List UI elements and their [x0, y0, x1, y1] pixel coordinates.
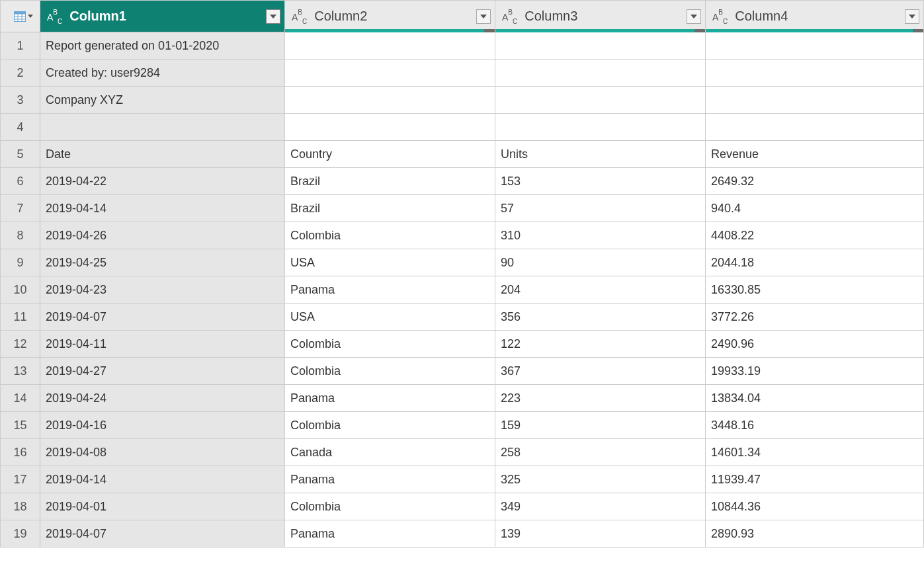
table-row[interactable]: 1Report generated on 01-01-2020 — [1, 32, 924, 60]
cell[interactable]: 2019-04-24 — [40, 385, 285, 412]
table-row[interactable]: 62019-04-22Brazil1532649.32 — [1, 168, 924, 195]
cell[interactable]: 367 — [495, 358, 706, 385]
row-number[interactable]: 2 — [1, 60, 40, 87]
cell[interactable]: 2019-04-01 — [40, 493, 285, 520]
cell[interactable]: 258 — [495, 439, 706, 466]
table-row[interactable]: 102019-04-23Panama20416330.85 — [1, 276, 924, 304]
table-row[interactable]: 92019-04-25USA902044.18 — [1, 249, 924, 276]
cell[interactable]: Revenue — [706, 141, 924, 168]
row-number[interactable]: 16 — [1, 439, 40, 466]
cell[interactable]: 2019-04-27 — [40, 358, 285, 385]
row-number[interactable]: 14 — [1, 385, 40, 412]
cell[interactable]: 2019-04-22 — [40, 168, 285, 195]
cell[interactable]: Date — [40, 141, 285, 168]
table-row[interactable]: 142019-04-24Panama22313834.04 — [1, 385, 924, 412]
cell[interactable]: 349 — [495, 493, 706, 520]
row-number[interactable]: 5 — [1, 141, 40, 168]
cell[interactable]: 2044.18 — [706, 249, 924, 276]
column-header-column4[interactable]: ABC Column4 — [706, 1, 924, 32]
cell[interactable]: 122 — [495, 331, 706, 358]
cell[interactable]: 204 — [495, 276, 706, 304]
cell[interactable]: 16330.85 — [706, 276, 924, 304]
cell[interactable]: Brazil — [285, 168, 495, 195]
table-row[interactable]: 2Created by: user9284 — [1, 60, 924, 87]
cell[interactable]: 3448.16 — [706, 412, 924, 439]
cell[interactable] — [495, 114, 706, 141]
cell[interactable]: Panama — [285, 276, 495, 304]
cell[interactable]: Panama — [285, 520, 495, 548]
cell[interactable] — [706, 114, 924, 141]
column-filter-dropdown[interactable] — [687, 9, 701, 24]
column-header-column3[interactable]: ABC Column3 — [495, 1, 706, 32]
table-row[interactable]: 112019-04-07USA3563772.26 — [1, 304, 924, 331]
cell[interactable]: USA — [285, 304, 495, 331]
column-header-column1[interactable]: ABC Column1 — [40, 1, 285, 32]
cell[interactable]: 2019-04-14 — [40, 195, 285, 222]
cell[interactable]: 223 — [495, 385, 706, 412]
cell[interactable]: 325 — [495, 466, 706, 493]
row-number[interactable]: 19 — [1, 520, 40, 548]
column-filter-dropdown[interactable] — [905, 9, 919, 24]
cell[interactable]: 4408.22 — [706, 222, 924, 249]
cell[interactable]: 2019-04-16 — [40, 412, 285, 439]
row-number[interactable]: 13 — [1, 358, 40, 385]
cell[interactable]: 2019-04-26 — [40, 222, 285, 249]
cell[interactable] — [495, 32, 706, 60]
cell[interactable] — [706, 87, 924, 114]
cell[interactable]: Colombia — [285, 358, 495, 385]
cell[interactable] — [706, 60, 924, 87]
table-row[interactable]: 182019-04-01Colombia34910844.36 — [1, 493, 924, 520]
row-number[interactable]: 8 — [1, 222, 40, 249]
cell[interactable]: Colombia — [285, 412, 495, 439]
cell[interactable]: 2019-04-14 — [40, 466, 285, 493]
cell[interactable]: 2019-04-23 — [40, 276, 285, 304]
cell[interactable] — [285, 32, 495, 60]
row-number[interactable]: 12 — [1, 331, 40, 358]
cell[interactable]: Created by: user9284 — [40, 60, 285, 87]
table-row[interactable]: 4 — [1, 114, 924, 141]
table-row[interactable]: 5DateCountryUnitsRevenue — [1, 141, 924, 168]
cell[interactable]: 153 — [495, 168, 706, 195]
cell[interactable]: Panama — [285, 466, 495, 493]
cell[interactable]: Company XYZ — [40, 87, 285, 114]
row-number[interactable]: 15 — [1, 412, 40, 439]
cell[interactable]: 139 — [495, 520, 706, 548]
table-row[interactable]: 72019-04-14Brazil57940.4 — [1, 195, 924, 222]
cell[interactable]: USA — [285, 249, 495, 276]
cell[interactable] — [706, 32, 924, 60]
table-row[interactable]: 82019-04-26Colombia3104408.22 — [1, 222, 924, 249]
cell[interactable]: 57 — [495, 195, 706, 222]
cell[interactable] — [285, 87, 495, 114]
cell[interactable]: Colombia — [285, 222, 495, 249]
select-all-corner[interactable] — [1, 1, 40, 32]
cell[interactable]: Country — [285, 141, 495, 168]
cell[interactable]: 3772.26 — [706, 304, 924, 331]
row-number[interactable]: 3 — [1, 87, 40, 114]
column-filter-dropdown[interactable] — [476, 9, 491, 24]
cell[interactable] — [285, 114, 495, 141]
cell[interactable]: 19933.19 — [706, 358, 924, 385]
cell[interactable]: 90 — [495, 249, 706, 276]
cell[interactable]: 10844.36 — [706, 493, 924, 520]
cell[interactable]: 159 — [495, 412, 706, 439]
cell[interactable] — [285, 60, 495, 87]
row-number[interactable]: 9 — [1, 249, 40, 276]
row-number[interactable]: 1 — [1, 32, 40, 60]
cell[interactable]: 2019-04-25 — [40, 249, 285, 276]
table-menu-dropdown-icon[interactable] — [27, 13, 34, 20]
table-row[interactable]: 3Company XYZ — [1, 87, 924, 114]
row-number[interactable]: 17 — [1, 466, 40, 493]
cell[interactable]: 11939.47 — [706, 466, 924, 493]
cell[interactable]: Report generated on 01-01-2020 — [40, 32, 285, 60]
row-number[interactable]: 6 — [1, 168, 40, 195]
cell[interactable]: 2490.96 — [706, 331, 924, 358]
cell[interactable]: Colombia — [285, 331, 495, 358]
row-number[interactable]: 7 — [1, 195, 40, 222]
cell[interactable]: 14601.34 — [706, 439, 924, 466]
table-row[interactable]: 122019-04-11Colombia1222490.96 — [1, 331, 924, 358]
cell[interactable]: 2649.32 — [706, 168, 924, 195]
cell[interactable]: Colombia — [285, 493, 495, 520]
cell[interactable]: 2019-04-11 — [40, 331, 285, 358]
cell[interactable] — [495, 87, 706, 114]
cell[interactable] — [40, 114, 285, 141]
